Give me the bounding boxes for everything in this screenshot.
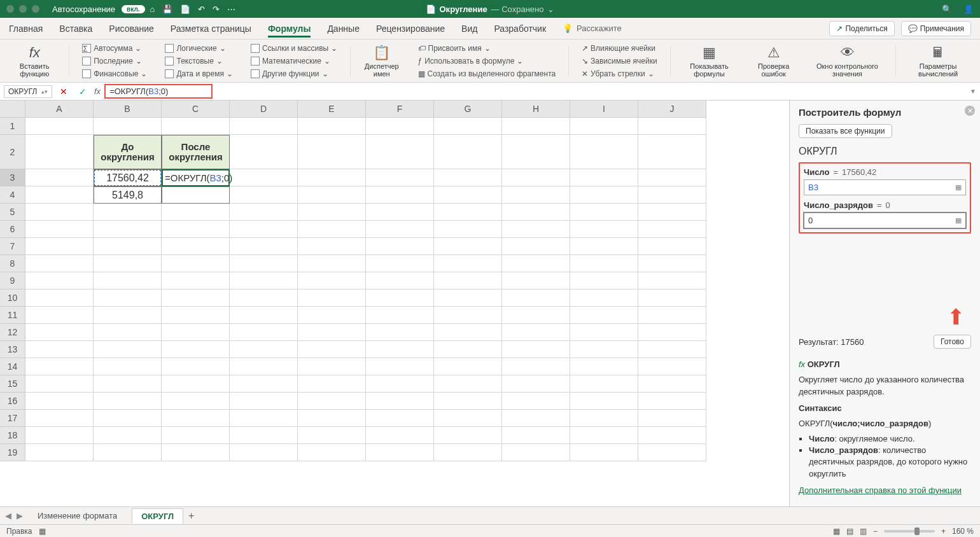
cell[interactable] (570, 255, 638, 272)
more-help-link[interactable]: Дополнительная справка по этой функции (799, 485, 962, 495)
cell[interactable] (434, 255, 502, 272)
name-box[interactable]: ОКРУГЛ▴▾ (4, 85, 52, 98)
cell[interactable] (570, 375, 638, 393)
cell[interactable] (25, 307, 94, 324)
cell[interactable] (230, 410, 298, 427)
cell[interactable] (230, 238, 298, 255)
cell[interactable] (25, 427, 94, 444)
row-header[interactable]: 8 (0, 255, 25, 272)
col-header[interactable]: G (434, 101, 502, 118)
cell[interactable] (366, 341, 434, 358)
cell[interactable] (502, 272, 570, 289)
cell[interactable] (502, 135, 570, 169)
doc-icon[interactable]: 📄 (180, 4, 190, 14)
save-icon[interactable]: 💾 (162, 4, 172, 14)
cell[interactable] (502, 393, 570, 410)
cell[interactable] (638, 444, 706, 461)
cell[interactable] (230, 118, 298, 135)
cancel-button[interactable]: ✕ (56, 85, 71, 98)
cell[interactable] (434, 289, 502, 307)
cell[interactable] (570, 358, 638, 375)
cell[interactable] (298, 358, 366, 375)
cell[interactable] (366, 221, 434, 238)
text-button[interactable]: Текстовые ⌄ (162, 56, 235, 66)
cell[interactable] (366, 324, 434, 341)
cell[interactable] (570, 272, 638, 289)
close-button[interactable]: ✕ (965, 106, 975, 116)
comments-button[interactable]: 💬Примечания (901, 21, 971, 36)
cell[interactable] (162, 307, 230, 324)
cell[interactable] (434, 169, 502, 186)
cell[interactable] (638, 358, 706, 375)
more-icon[interactable]: ⋯ (227, 4, 235, 14)
use-in-formula-button[interactable]: ƒИспользовать в формуле ⌄ (416, 56, 559, 66)
trace-dependents-button[interactable]: ↘Зависимые ячейки (579, 56, 660, 66)
cell[interactable] (25, 135, 94, 169)
cell[interactable] (162, 272, 230, 289)
cell[interactable] (25, 444, 94, 461)
traffic-lights[interactable] (6, 5, 39, 13)
cell[interactable] (298, 427, 366, 444)
cell[interactable] (502, 324, 570, 341)
cell[interactable] (162, 375, 230, 393)
cell[interactable] (94, 307, 162, 324)
done-button[interactable]: Готово (934, 335, 971, 349)
cell[interactable] (298, 169, 366, 186)
cell[interactable] (298, 238, 366, 255)
cell[interactable] (25, 221, 94, 238)
cell[interactable] (230, 135, 298, 169)
undo-icon[interactable]: ↶ (198, 4, 205, 14)
cell[interactable] (298, 324, 366, 341)
cell[interactable] (298, 272, 366, 289)
cell[interactable] (366, 289, 434, 307)
cell[interactable]: До округления (94, 135, 162, 169)
cell[interactable] (570, 307, 638, 324)
cell[interactable] (25, 118, 94, 135)
cell[interactable] (230, 272, 298, 289)
cell[interactable] (25, 204, 94, 221)
cell[interactable] (25, 393, 94, 410)
cell[interactable]: 5149,8 (94, 186, 162, 204)
cell[interactable] (366, 204, 434, 221)
sheet-tab-1[interactable]: Изменение формата (28, 508, 127, 524)
cell[interactable] (162, 289, 230, 307)
row-header[interactable]: 4 (0, 186, 25, 204)
cell[interactable] (366, 307, 434, 324)
view-normal-icon[interactable]: ▦ (833, 527, 840, 536)
cell[interactable] (570, 118, 638, 135)
cell[interactable] (434, 238, 502, 255)
tab-formulas[interactable]: Формулы (268, 20, 311, 38)
cell[interactable] (638, 307, 706, 324)
cell[interactable] (638, 221, 706, 238)
add-sheet-button[interactable]: + (188, 510, 194, 522)
cell[interactable] (502, 289, 570, 307)
cell[interactable] (230, 221, 298, 238)
cell[interactable] (434, 410, 502, 427)
cell[interactable] (434, 204, 502, 221)
row-header[interactable]: 5 (0, 204, 25, 221)
cell[interactable] (502, 307, 570, 324)
cell[interactable] (25, 289, 94, 307)
cell[interactable] (366, 444, 434, 461)
cell[interactable] (638, 118, 706, 135)
cell[interactable] (94, 341, 162, 358)
cell[interactable] (94, 238, 162, 255)
share-icon[interactable]: 👤 (963, 4, 974, 14)
cell[interactable] (434, 221, 502, 238)
macros-icon[interactable]: ▦ (39, 527, 46, 536)
next-sheet-button[interactable]: ▶ (17, 511, 23, 520)
tab-draw[interactable]: Рисование (109, 20, 154, 38)
row-header[interactable]: 12 (0, 324, 25, 341)
cell[interactable] (298, 375, 366, 393)
cell[interactable] (638, 289, 706, 307)
cell[interactable] (94, 324, 162, 341)
cell[interactable] (570, 410, 638, 427)
date-button[interactable]: Дата и время ⌄ (162, 69, 235, 79)
cell[interactable] (94, 358, 162, 375)
row-header[interactable]: 19 (0, 444, 25, 461)
row-header[interactable]: 1 (0, 118, 25, 135)
cell[interactable] (570, 204, 638, 221)
cell[interactable] (434, 444, 502, 461)
cell[interactable] (25, 358, 94, 375)
cell[interactable] (366, 118, 434, 135)
